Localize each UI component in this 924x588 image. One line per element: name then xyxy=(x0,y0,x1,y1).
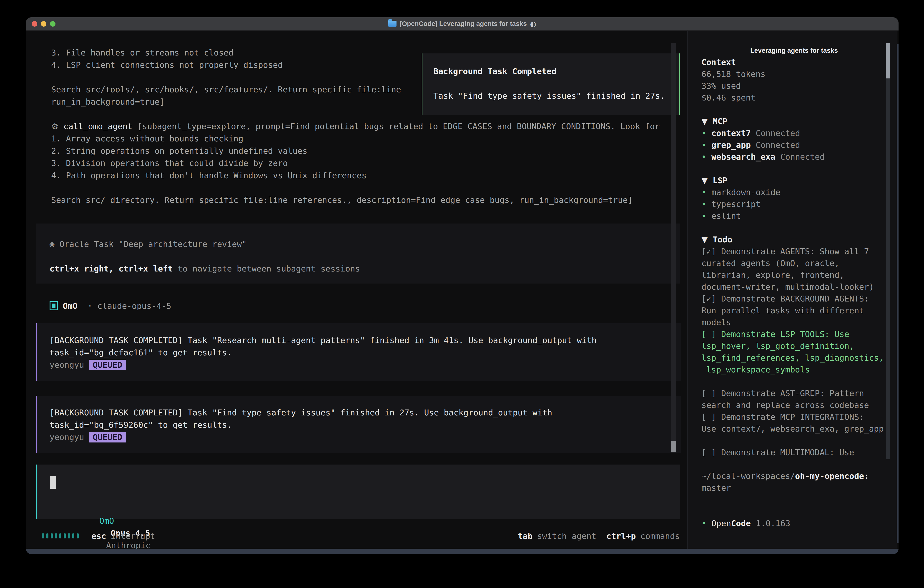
mcp-item: •websearch_exa Connected xyxy=(701,151,887,163)
bullet-icon: • xyxy=(701,200,706,209)
section-mcp[interactable]: ▼ MCP xyxy=(701,116,887,127)
chat-scrollbar-thumb[interactable] xyxy=(671,441,676,452)
ctrlp-key-hint: ctrl+p xyxy=(606,531,636,541)
version-line: •OpenCode1.0.163 xyxy=(701,517,887,529)
chat-scrollbar-track[interactable] xyxy=(671,43,676,453)
bullet-icon: • xyxy=(701,152,706,162)
close-button[interactable] xyxy=(32,21,37,26)
window-right-edge xyxy=(897,44,899,543)
mcp-item: •context7 Connected xyxy=(701,127,887,139)
status-badge: QUEUED xyxy=(89,360,126,370)
todo-item: [✓] Demonstrate AGENTS: Show all 7 xyxy=(701,246,887,258)
window-title: [OpenCode] Leveraging agents for tasks xyxy=(400,20,527,28)
agent-header: OmO · claude-opus-4-5 xyxy=(50,300,171,312)
tab-key-hint: tab xyxy=(518,531,533,541)
todo-item: Use context7, websearch_exa, grep_app xyxy=(701,423,887,435)
input-agent-label: OmO xyxy=(99,516,114,525)
agent-name: OmO xyxy=(63,301,78,311)
terminal-window: [OpenCode] Leveraging agents for tasks ◐… xyxy=(26,17,899,554)
window-bottom-edge xyxy=(26,549,899,554)
tool-arg-item: 2. String operations on potentially unde… xyxy=(51,145,678,157)
spacer xyxy=(701,104,887,116)
shortcut-hint: to navigate between subagent sessions xyxy=(173,264,360,273)
lsp-item: •eslint xyxy=(701,210,887,222)
toast-title: Background Task Completed xyxy=(433,65,556,78)
record-icon: ◉ xyxy=(50,239,54,249)
lsp-item: •markdown-oxide xyxy=(701,187,887,198)
tool-args: [subagent_type=explore, prompt=Find pote… xyxy=(132,122,660,131)
context-spent: $0.46 spent xyxy=(701,92,887,104)
task-message: [BACKGROUND TASK COMPLETED] Task "Find t… xyxy=(36,396,681,453)
task-message-line: task_id="bg_dcfac161" to get results. xyxy=(50,347,232,359)
bullet-icon: • xyxy=(701,211,706,221)
esc-key-label: interrupt xyxy=(111,531,155,541)
spacer xyxy=(701,506,887,517)
desktop: [OpenCode] Leveraging agents for tasks ◐… xyxy=(0,0,924,588)
tool-arg-item: 4. Path operations that don't handle Win… xyxy=(51,169,678,182)
prompt-input[interactable]: OmO Opus 4.5 Anthropic xyxy=(36,464,680,519)
tool-name: call_omo_agent xyxy=(63,122,132,131)
window-title-group: [OpenCode] Leveraging agents for tasks ◐ xyxy=(388,17,536,30)
todo-item: models xyxy=(701,317,887,328)
titlebar[interactable]: [OpenCode] Leveraging agents for tasks ◐ xyxy=(26,17,899,31)
terminal-body: 3. File handles or streams not closed 4.… xyxy=(26,31,899,549)
mcp-item: •grep_app Connected xyxy=(701,139,887,151)
text-cursor xyxy=(50,476,56,489)
esc-key-hint: esc xyxy=(91,531,106,541)
spacer xyxy=(701,222,887,234)
tool-arg-tail: Search src/ directory. Return specific f… xyxy=(51,194,678,206)
todo-item: librarian, explore, frontend, xyxy=(701,269,887,281)
input-meta: OmO Opus 4.5 Anthropic xyxy=(50,502,150,515)
chevron-down-icon: ▼ xyxy=(701,176,708,185)
agent-avatar-icon xyxy=(50,301,58,311)
sidebar-scrollbar-track[interactable] xyxy=(886,43,890,459)
todo-item-active: lsp_hover, lsp_goto_definition, xyxy=(701,340,887,352)
sidebar: Leveraging agents for tasks Context 66,5… xyxy=(701,45,887,529)
tab-key-label: switch agent xyxy=(537,531,596,541)
minimize-button[interactable] xyxy=(41,21,46,26)
ctrlp-key-label: commands xyxy=(640,531,680,541)
context-used: 33% used xyxy=(701,80,887,92)
sidebar-scrollbar-thumb[interactable] xyxy=(886,43,890,78)
tool-arg-item: 3. Division operations that could divide… xyxy=(51,157,678,169)
todo-item: [ ] Demonstrate MULTIMODAL: Use xyxy=(701,447,887,458)
spacer xyxy=(701,458,887,470)
task-message-line: task_id="bg_6f59260c" to get results. xyxy=(50,419,232,431)
spacer xyxy=(701,435,887,447)
todo-item-active: lsp_find_references, lsp_diagnostics, xyxy=(701,352,887,364)
chevron-down-icon: ▼ xyxy=(701,117,708,126)
session-title: Leveraging agents for tasks xyxy=(750,45,838,56)
background-task-toast: Background Task Completed Task "Find typ… xyxy=(422,53,680,115)
section-lsp[interactable]: ▼ LSP xyxy=(701,175,887,187)
maximize-button[interactable] xyxy=(50,21,56,26)
workspace-path: ~/local-workspaces/oh-my-opencode: xyxy=(701,470,887,482)
section-todo[interactable]: ▼ Todo xyxy=(701,234,887,246)
folder-icon xyxy=(388,21,396,27)
context-heading: Context xyxy=(701,56,887,68)
spacer xyxy=(701,494,887,506)
status-bar: esc interrupt tab switch agent ctrl+p co… xyxy=(42,530,680,542)
todo-item: [ ] Demonstrate AST-GREP: Pattern xyxy=(701,387,887,399)
spacer xyxy=(51,182,678,194)
activity-spinner-icon xyxy=(42,533,79,538)
chevron-down-icon: ▼ xyxy=(701,235,708,244)
todo-item: document-writer, multimodal-looker) xyxy=(701,281,887,293)
bullet-icon: • xyxy=(701,140,706,150)
traffic-lights xyxy=(32,17,56,30)
workspace-branch: master xyxy=(701,482,887,494)
task-author: yeongyu xyxy=(50,431,84,443)
spacer xyxy=(701,376,887,387)
agent-model: · claude-opus-4-5 xyxy=(82,301,171,311)
todo-item-active: lsp_workspace_symbols xyxy=(701,364,887,376)
todo-item: Run parallel tasks with different xyxy=(701,305,887,317)
oracle-task-card: ◉ Oracle Task "Deep architecture review"… xyxy=(36,223,680,284)
todo-item: [ ] Demonstrate MCP INTEGRATIONS: xyxy=(701,411,887,423)
bullet-icon: • xyxy=(701,519,706,528)
tool-call-block: ⚙ call_omo_agent [subagent_type=explore,… xyxy=(51,120,678,206)
spacer xyxy=(701,163,887,175)
shortcut-keys: ctrl+x right, ctrl+x left xyxy=(50,264,173,273)
busy-indicator-icon: ◐ xyxy=(530,20,536,28)
status-badge: QUEUED xyxy=(89,432,126,443)
context-tokens: 66,518 tokens xyxy=(701,68,887,80)
bullet-icon: • xyxy=(701,188,706,197)
